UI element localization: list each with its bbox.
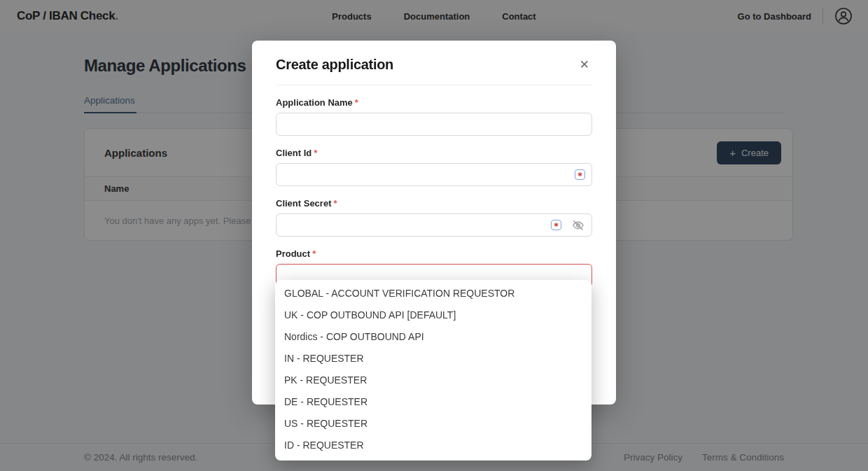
dropdown-option[interactable]: DE - REQUESTER	[275, 391, 592, 413]
autofill-icon[interactable]: ✱	[575, 169, 585, 180]
dropdown-option[interactable]: GLOBAL - ACCOUNT VERIFICATION REQUESTOR	[275, 283, 592, 304]
dropdown-option[interactable]: ID - REQUESTER	[275, 435, 592, 456]
field-label: Client Id*	[276, 148, 592, 158]
required-asterisk: *	[314, 148, 317, 158]
field-label: Product*	[276, 248, 592, 259]
eye-off-icon[interactable]	[571, 218, 585, 232]
field-label: Client Secret*	[276, 198, 592, 209]
dropdown-option[interactable]: Nordics - COP OUTBOUND API	[275, 326, 592, 348]
field-application-name: Application Name*	[276, 97, 592, 136]
application-name-input[interactable]	[276, 113, 592, 136]
client-id-input[interactable]	[276, 163, 592, 186]
required-asterisk: *	[333, 198, 337, 209]
modal-title: Create application	[276, 57, 393, 73]
product-dropdown-list: GLOBAL - ACCOUNT VERIFICATION REQUESTOR …	[275, 280, 592, 461]
required-asterisk: *	[355, 97, 358, 108]
field-client-secret: Client Secret* ✱	[276, 198, 592, 237]
required-asterisk: *	[312, 248, 316, 259]
autofill-icon[interactable]: ✱	[551, 220, 561, 230]
field-client-id: Client Id* ✱	[276, 148, 592, 186]
modal-header: Create application ✕	[276, 41, 592, 85]
dropdown-option[interactable]: US - REQUESTER	[275, 413, 592, 435]
close-icon[interactable]: ✕	[577, 56, 592, 73]
field-label: Application Name*	[276, 97, 592, 108]
dropdown-option[interactable]: IN - REQUESTER	[275, 348, 592, 370]
client-secret-input[interactable]	[276, 213, 592, 237]
dropdown-option[interactable]: PK - REQUESTER	[275, 370, 592, 391]
dropdown-option[interactable]: UK - COP OUTBOUND API [DEFAULT]	[275, 304, 592, 326]
